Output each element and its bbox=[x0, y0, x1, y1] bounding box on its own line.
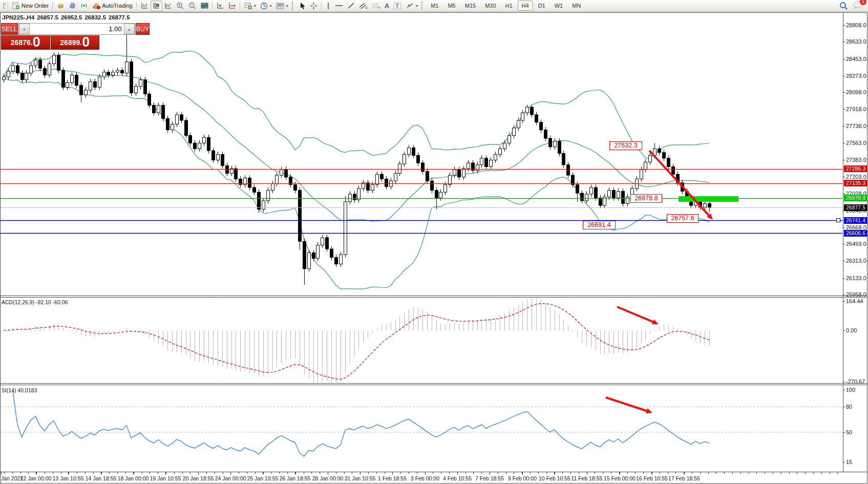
fibonacci-tool-button[interactable]: F bbox=[370, 1, 383, 11]
rsi-axis-tick: 15 bbox=[846, 459, 852, 465]
timeframe-button-h4[interactable]: H4 bbox=[518, 1, 533, 11]
horizontal-line-tool-button[interactable] bbox=[333, 1, 345, 11]
timeframe-button-d1[interactable]: D1 bbox=[534, 1, 549, 11]
price-tick-label: 27203.0 bbox=[846, 174, 866, 180]
svg-text:F: F bbox=[378, 6, 380, 9]
price-annotation-box[interactable]: 27532.3 bbox=[609, 141, 642, 150]
signals-icon bbox=[80, 2, 88, 9]
search-icon[interactable] bbox=[839, 2, 848, 10]
vertical-line-tool-button[interactable] bbox=[324, 1, 333, 11]
shapes-arrows-icon bbox=[406, 2, 414, 9]
timeframe-button-m15[interactable]: M15 bbox=[461, 1, 480, 11]
price-level-badge: 26606.6 bbox=[844, 230, 867, 237]
time-axis-label: 10 Feb 10:55 bbox=[539, 475, 570, 481]
equidistant-channel-icon: E bbox=[359, 2, 368, 9]
one-click-trading-panel: SELL ▼ ▲ BUY 26876.0 26899.0 bbox=[1, 23, 99, 50]
clock-icon bbox=[260, 2, 268, 10]
toolbar-separator bbox=[212, 2, 213, 10]
price-annotation-box[interactable]: 26757.6 bbox=[667, 214, 698, 223]
text-tool-button[interactable]: A bbox=[383, 1, 391, 11]
price-tick-label: 28453.0 bbox=[846, 56, 866, 62]
toolbar-separator bbox=[136, 2, 137, 10]
zoom-in-button[interactable] bbox=[174, 1, 186, 11]
price-annotation-box[interactable]: 26978.8 bbox=[630, 194, 662, 203]
toolbar-drag-handle[interactable] bbox=[421, 2, 425, 10]
toolbar-drag-handle[interactable] bbox=[292, 2, 295, 10]
sell-button[interactable]: SELL bbox=[1, 23, 18, 35]
chart-shift-button[interactable] bbox=[226, 1, 238, 11]
tile-windows-button[interactable] bbox=[199, 1, 210, 11]
symbol-period-label: JPN225-,H4 bbox=[2, 14, 34, 20]
new-chart-icon bbox=[2, 2, 6, 9]
price-tick-label: 26133.0 bbox=[846, 275, 866, 281]
clipped-toolbar-icon[interactable] bbox=[1, 1, 6, 11]
chevron-down-icon: ▾ bbox=[270, 4, 272, 8]
timeframe-button-w1[interactable]: W1 bbox=[551, 1, 567, 11]
bar-chart-mode-button[interactable] bbox=[139, 1, 151, 11]
vertical-line-icon bbox=[326, 2, 331, 10]
line-chart-mode-button[interactable] bbox=[162, 1, 174, 11]
sell-price-display[interactable]: 26876.0 bbox=[1, 35, 50, 50]
price-tick-label: 27383.0 bbox=[846, 157, 866, 163]
indicators-button[interactable]: ▾ bbox=[242, 1, 258, 11]
time-axis-label: 9 Feb 00:00 bbox=[508, 475, 537, 481]
cursor-icon bbox=[299, 2, 306, 10]
svg-text:T: T bbox=[396, 3, 399, 9]
equidistant-channel-tool-button[interactable]: E bbox=[357, 1, 370, 11]
timeframe-toolbar: M1M5M15M30H1H4D1W1MN bbox=[427, 1, 585, 11]
templates-button[interactable]: ▾ bbox=[274, 1, 290, 11]
timeframe-button-h1[interactable]: H1 bbox=[501, 1, 517, 11]
timeframe-button-mn[interactable]: MN bbox=[568, 1, 585, 11]
text-label-icon: T bbox=[393, 2, 401, 10]
text-label-tool-button[interactable]: T bbox=[391, 1, 404, 11]
zoom-out-button[interactable] bbox=[186, 1, 199, 11]
time-axis-label: 17 Feb 18:55 bbox=[668, 475, 700, 481]
notification-badge: 1 bbox=[860, 0, 866, 5]
volume-increase-button[interactable]: ▲ bbox=[124, 24, 135, 34]
time-axis-label: 31 Jan 10:55 bbox=[345, 475, 376, 481]
price-level-badge: 26877.5 bbox=[844, 204, 867, 211]
time-axis-label: 15 Feb 00:00 bbox=[604, 475, 636, 481]
candlestick-icon bbox=[153, 2, 160, 9]
periods-button[interactable]: ▾ bbox=[258, 1, 274, 11]
rsi-indicator-label: SI(14) 40.0183 bbox=[2, 387, 37, 393]
application-window: New Order AutoTrading bbox=[0, 0, 868, 484]
timeframe-button-m30[interactable]: M30 bbox=[481, 1, 500, 11]
candlestick-mode-button[interactable] bbox=[151, 1, 162, 11]
timeframe-button-m5[interactable]: M5 bbox=[443, 1, 459, 11]
buy-price-main: 26899 bbox=[60, 36, 80, 49]
metaeditor-button[interactable] bbox=[55, 1, 67, 11]
volume-decrease-button[interactable]: ▼ bbox=[19, 24, 30, 34]
horizontal-line-icon bbox=[335, 3, 343, 9]
signals-button[interactable] bbox=[78, 1, 90, 11]
volume-control: ▼ ▲ bbox=[18, 23, 135, 35]
buy-price-display[interactable]: 26899.0 bbox=[51, 35, 100, 50]
new-order-button[interactable]: New Order bbox=[10, 1, 51, 11]
buy-button[interactable]: BUY bbox=[136, 23, 150, 35]
chevron-down-icon: ▾ bbox=[254, 4, 256, 8]
time-axis-label: 1 Feb 18:55 bbox=[378, 475, 407, 481]
toolbar-right-group: 1 bbox=[839, 1, 867, 10]
price-annotation-box[interactable]: 26691.4 bbox=[583, 221, 616, 229]
volume-input[interactable] bbox=[30, 24, 124, 34]
chart-plot-area[interactable] bbox=[0, 0, 868, 484]
time-axis-label: 3 Feb 00:00 bbox=[411, 475, 439, 481]
timeframe-button-m1[interactable]: M1 bbox=[427, 1, 442, 11]
price-tick-label: 27563.0 bbox=[846, 140, 866, 146]
notifications-button[interactable]: 1 bbox=[853, 1, 863, 10]
macd-indicator-label: ACD(12,26,9) -92.10 -60.06 bbox=[2, 299, 68, 305]
cursor-tool-button[interactable] bbox=[297, 1, 308, 11]
crosshair-tool-button[interactable] bbox=[308, 1, 320, 11]
trendline-icon bbox=[347, 2, 355, 9]
autotrading-button[interactable]: AutoTrading bbox=[90, 1, 135, 11]
strategy-tester-button[interactable] bbox=[67, 1, 78, 11]
macd-axis-tick: -270.67 bbox=[846, 378, 865, 385]
auto-scroll-button[interactable] bbox=[215, 1, 226, 11]
autotrading-icon bbox=[92, 2, 100, 9]
toolbar-separator bbox=[8, 2, 9, 10]
macd-axis-tick: 0.00 bbox=[846, 327, 857, 333]
time-axis-label: 7 Feb 18:55 bbox=[475, 475, 504, 481]
shapes-tool-button[interactable]: ▾ bbox=[404, 1, 420, 11]
time-axis-label: 13 Jan 10:55 bbox=[53, 475, 84, 481]
trendline-tool-button[interactable] bbox=[345, 1, 357, 11]
